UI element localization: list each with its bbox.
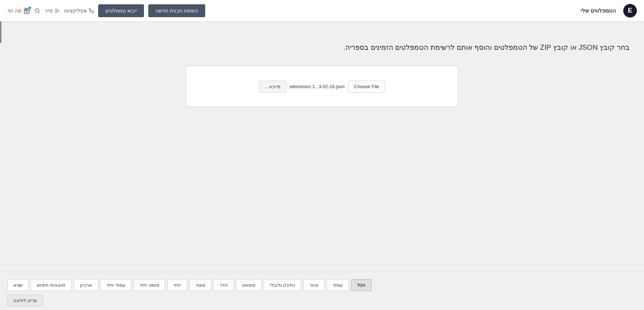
left-accent [0,22,1,43]
filter-tab[interactable]: ווידג'ט גלובלי [264,279,301,291]
filter-tab[interactable]: פוסט יחיד [134,279,165,291]
file-upload-container: ...מייבא elementor-1...3-02-16.json Choo… [186,66,458,107]
filter-tab[interactable]: אזור [303,279,325,291]
search-link[interactable] [34,8,40,14]
apps-icon [89,8,94,13]
elementor-logo: E [623,4,637,18]
filter-tab[interactable]: יחיד [167,279,187,291]
browse-button[interactable]: ...מייבא [259,81,287,92]
import-templates-button[interactable]: ייבוא טמפלטים [98,4,144,17]
search-icon [34,8,40,14]
svg-point-1 [35,9,39,13]
add-template-button[interactable]: הוספת תבנית חדשה [148,4,205,17]
filter-tab[interactable]: שגיא [7,279,29,291]
filter-tabs-row1: הכלעמודאזורווידג'ט גלובליפופאפהדרפוטריחי… [0,276,644,295]
filter-tab-secondary[interactable]: פריט לולאה [7,295,43,306]
svg-marker-0 [56,9,59,13]
filter-tab[interactable]: הכל [351,279,371,291]
filter-tab[interactable]: פוטר [189,279,211,291]
filter-tab[interactable]: פופאפ [236,279,261,291]
nav-apps-link[interactable]: אפליקציות [64,8,94,14]
notification-badge [28,6,32,10]
nav-title: הטמפלטים שלי [581,8,616,14]
filter-tabs-row2: פריט לולאה [0,295,644,310]
instruction-text: בחר קובץ JSON או קובץ ZIP של הטמפלטים וה… [14,43,630,52]
filter-tab[interactable]: עמוד יחיד [100,279,132,291]
filter-tab[interactable]: ארכיון [74,279,98,291]
file-name-display: elementor-1...3-02-16.json [290,84,345,89]
whats-new-link[interactable]: מה חד [7,8,30,14]
tour-icon [55,8,60,13]
main-content: בחר קובץ JSON או קובץ ZIP של הטמפלטים וה… [0,22,644,310]
filter-tab[interactable]: עמוד [327,279,349,291]
filter-tab[interactable]: תוצאות חיפוש [31,279,72,291]
navbar-left: E הטמפלטים שלי [581,4,637,18]
file-input-wrapper: ...מייבא elementor-1...3-02-16.json Choo… [259,81,385,92]
navbar: E הטמפלטים שלי הוספת תבנית חדשה ייבוא טמ… [0,0,644,22]
navbar-right: הוספת תבנית חדשה ייבוא טמפלטים אפליקציות… [7,4,205,17]
filter-tab[interactable]: הדר [213,279,234,291]
filter-tabs-wrapper: הכלעמודאזורווידג'ט גלובליפופאפהדרפוטריחי… [0,272,644,310]
svg-line-2 [38,12,39,13]
choose-file-button[interactable]: Choose File [348,81,385,92]
nav-tour-link[interactable]: סייר [44,8,60,14]
